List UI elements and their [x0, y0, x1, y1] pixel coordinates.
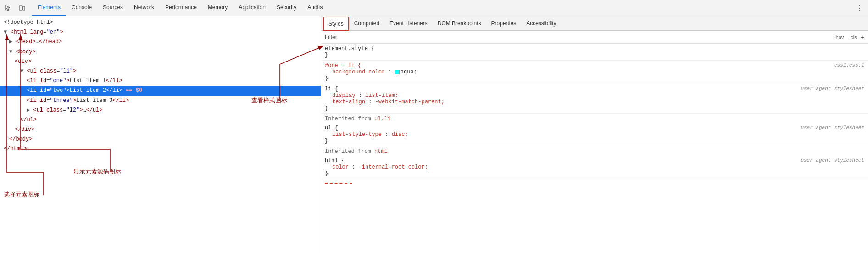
- tab-accessibility[interactable]: Accessibility: [521, 16, 561, 30]
- devtools-toolbar: Elements Console Sources Network Perform…: [0, 0, 868, 16]
- dom-line[interactable]: <div>: [0, 57, 321, 67]
- tab-memory[interactable]: Memory: [202, 0, 233, 16]
- dom-line[interactable]: ▶ <ul class="l2">…</ul>: [0, 106, 321, 115]
- css-rule-element-style: element.style { }: [321, 44, 868, 61]
- styles-content: element.style { } #one + li { css1.css:1…: [321, 44, 868, 253]
- filter-label: Filter: [325, 34, 337, 40]
- dom-line[interactable]: </body>: [0, 135, 321, 144]
- tab-console[interactable]: Console: [66, 0, 97, 16]
- filter-input[interactable]: [339, 34, 831, 40]
- dom-line[interactable]: ▼ <body>: [0, 47, 321, 57]
- inherited-from-html: Inherited from html: [321, 146, 868, 156]
- svg-rect-1: [23, 6, 25, 10]
- tab-network[interactable]: Network: [128, 0, 160, 16]
- more-options-icon[interactable]: ⋮: [853, 1, 866, 14]
- inherited-tag-html[interactable]: html: [374, 148, 388, 155]
- dom-line[interactable]: <li id="one">List item 1</li>: [0, 76, 321, 86]
- device-toolbar-icon[interactable]: [16, 1, 28, 14]
- css-rule-html: html { user agent stylesheet color : -in…: [321, 156, 868, 179]
- tab-sources[interactable]: Sources: [97, 0, 128, 16]
- svg-rect-0: [19, 6, 22, 10]
- styles-tabs: Styles Computed Event Listeners DOM Brea…: [321, 16, 868, 31]
- bottom-indicator: [325, 183, 352, 184]
- inherited-from-ul: Inherited from ul.l1: [321, 114, 868, 123]
- tab-dom-breakpoints[interactable]: DOM Breakpoints: [433, 16, 486, 30]
- dom-line[interactable]: </div>: [0, 125, 321, 135]
- color-swatch-aqua[interactable]: [395, 70, 400, 74]
- dom-line[interactable]: </html>: [0, 144, 321, 154]
- tab-audits[interactable]: Audits: [302, 0, 328, 16]
- tab-computed[interactable]: Computed: [349, 16, 384, 30]
- dom-line[interactable]: ▶ <head>…</head>: [0, 37, 321, 47]
- devtools-main: <!doctype html> ▼ <html lang="en"> ▶ <he…: [0, 16, 868, 253]
- tab-properties[interactable]: Properties: [486, 16, 521, 30]
- dom-line[interactable]: </ul>: [0, 115, 321, 125]
- styles-panel: Styles Computed Event Listeners DOM Brea…: [321, 16, 868, 253]
- filter-bar: Filter :hov .cls +: [321, 31, 868, 44]
- dom-tree: <!doctype html> ▼ <html lang="en"> ▶ <he…: [0, 16, 321, 253]
- main-tabs: Elements Console Sources Network Perform…: [32, 0, 328, 16]
- css-rule-li: li { user agent stylesheet display : lis…: [321, 84, 868, 114]
- tab-application[interactable]: Application: [233, 0, 271, 16]
- tab-performance[interactable]: Performance: [160, 0, 202, 16]
- dom-line[interactable]: ▼ <ul class="l1">: [0, 67, 321, 76]
- inherited-tag-ul[interactable]: ul.l1: [374, 116, 391, 122]
- filter-add-button[interactable]: +: [861, 34, 864, 41]
- select-element-icon[interactable]: [2, 1, 15, 14]
- dom-line-selected[interactable]: <li id="two">List item 2</li> == $0: [0, 86, 321, 96]
- dom-line[interactable]: ▼ <html lang="en">: [0, 28, 321, 37]
- tab-event-listeners[interactable]: Event Listeners: [384, 16, 433, 30]
- tab-security[interactable]: Security: [271, 0, 302, 16]
- tab-elements[interactable]: Elements: [32, 0, 66, 16]
- toolbar-icons: [2, 1, 28, 14]
- dom-line[interactable]: <li id="three">List item 3</li>: [0, 96, 321, 106]
- dom-line[interactable]: <!doctype html>: [0, 18, 321, 28]
- filter-hov-button[interactable]: :hov: [833, 34, 846, 40]
- css-rule-one-li: #one + li { css1.css:1 background-color …: [321, 61, 868, 84]
- tab-styles[interactable]: Styles: [323, 17, 349, 31]
- filter-cls-button[interactable]: .cls: [847, 34, 859, 40]
- css-rule-ul: ul { user agent stylesheet list-style-ty…: [321, 123, 868, 146]
- dom-panel: <!doctype html> ▼ <html lang="en"> ▶ <he…: [0, 16, 321, 253]
